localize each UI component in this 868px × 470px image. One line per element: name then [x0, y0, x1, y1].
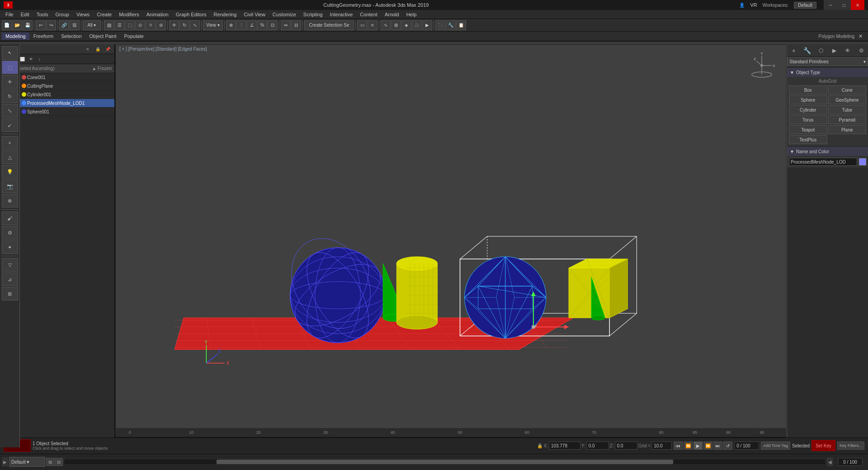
menu-content[interactable]: Content [356, 11, 381, 18]
lt-settings-btn[interactable]: ⊞ [2, 287, 18, 301]
menu-help[interactable]: Help [403, 11, 420, 18]
layer-tool-2[interactable]: ⊟ [55, 458, 63, 466]
tab-populate[interactable]: Populate [120, 33, 147, 40]
close-button[interactable]: ✕ [851, 0, 864, 10]
lt-lights-btn[interactable]: 💡 [2, 165, 18, 179]
select-rotate-button[interactable]: ↻ [179, 20, 189, 30]
se-pin-btn[interactable]: 📌 [104, 45, 112, 53]
select-by-name-button[interactable]: ☰ [114, 20, 124, 30]
ot-torus-button[interactable]: Torus [789, 115, 827, 124]
tab-freeform[interactable]: Freeform [30, 33, 57, 40]
menu-group[interactable]: Group [52, 11, 73, 18]
menu-scripting[interactable]: Scripting [300, 11, 326, 18]
ot-tube-button[interactable]: Tube [828, 105, 867, 114]
layer-tool-1[interactable]: ⊞ [46, 458, 54, 466]
percent-snap-button[interactable]: % [257, 20, 267, 30]
object-type-header[interactable]: ▼ Object Type [787, 68, 868, 77]
rp-tab-utilities[interactable]: ⚙ [854, 47, 868, 54]
polygon-modeling-close[interactable]: ✕ [855, 33, 866, 40]
ot-plane-button[interactable]: Plane [828, 125, 867, 134]
render-frame-button[interactable]: ▶ [422, 20, 432, 30]
layers-button[interactable]: ≡ [368, 20, 377, 30]
lt-scale-btn[interactable]: ⤡ [2, 104, 18, 118]
schematic-view-button[interactable]: ⊞ [391, 20, 401, 30]
ot-cone-button[interactable]: Cone [828, 85, 867, 94]
spinner-snap-button[interactable]: ⊡ [268, 20, 278, 30]
menu-edit[interactable]: Edit [17, 11, 33, 18]
tab-selection[interactable]: Selection [57, 33, 85, 40]
rp-tab-create[interactable]: + [787, 47, 801, 54]
se-close-btn[interactable]: ✕ [84, 45, 92, 53]
lt-cameras-btn[interactable]: 📷 [2, 179, 18, 193]
redo-button[interactable]: ↪ [46, 20, 56, 30]
x-value[interactable]: 103.778 [549, 442, 580, 450]
menu-rendering[interactable]: Rendering [210, 11, 241, 18]
name-color-header[interactable]: ▼ Name and Color [787, 147, 868, 156]
key-filters-btn[interactable]: Key Filters... [837, 442, 864, 450]
workspace-dropdown[interactable]: Default [794, 2, 816, 9]
object-name-input[interactable] [789, 158, 857, 166]
lt-helpers-btn[interactable]: ⊕ [2, 194, 18, 207]
menu-animation[interactable]: Animation [143, 11, 172, 18]
pb-start-btn[interactable]: ⏮ [674, 442, 683, 450]
se-sort-btn[interactable]: ↕ [35, 55, 43, 63]
lt-filter-btn[interactable]: ▽ [2, 258, 18, 272]
circle-select-button[interactable]: ⊙ [135, 20, 145, 30]
tab-modeling[interactable]: Modeling [2, 33, 29, 40]
time-range-field[interactable]: 0 / 100 [838, 458, 863, 466]
use-pivot-button[interactable]: ⊕ [226, 20, 236, 30]
fence-select-button[interactable]: ⌑ [146, 20, 156, 30]
lt-select-region-btn[interactable]: ⬚ [2, 61, 18, 74]
lt-shapes-btn[interactable]: △ [2, 150, 18, 164]
tl-scrollthumb[interactable] [217, 460, 673, 464]
lt-create-btn[interactable]: + [2, 136, 18, 150]
pb-playmodes-btn[interactable]: ↺ [723, 442, 732, 450]
named-selection-button[interactable]: ▭ [357, 20, 367, 30]
menu-file[interactable]: File [2, 11, 17, 18]
filter-all-dropdown[interactable]: All ▾ [83, 20, 101, 30]
reference-coord-dropdown[interactable]: View ▾ [203, 20, 223, 30]
scene-explorer-toggle[interactable]: 📋 [456, 20, 466, 30]
ot-pyramid-button[interactable]: Pyramid [828, 115, 867, 124]
menu-graph-editors[interactable]: Graph Editors [172, 11, 210, 18]
menu-tools[interactable]: Tools [33, 11, 52, 18]
select-obj-button[interactable]: ▧ [104, 20, 114, 30]
tab-object-paint[interactable]: Object Paint [86, 33, 120, 40]
se-lock-btn[interactable]: 🔒 [94, 45, 102, 53]
lt-select-btn[interactable]: ↖ [2, 46, 18, 60]
undo-button[interactable]: ↩ [36, 20, 46, 30]
primitive-type-dropdown[interactable]: Standard Primitives ▾ [787, 57, 868, 66]
save-button[interactable]: 💾 [23, 20, 33, 30]
rp-tab-hierarchy[interactable]: ⬡ [814, 47, 828, 54]
create-selection-button[interactable]: Create Selection Se [304, 20, 354, 30]
menu-create[interactable]: Create [93, 11, 115, 18]
pb-end-btn[interactable]: ⏭ [713, 442, 722, 450]
maximize-button[interactable]: □ [837, 0, 851, 10]
lt-dynamics-btn[interactable]: ⚙ [2, 226, 18, 240]
lt-place-btn[interactable]: ↙ [2, 118, 18, 132]
menu-civil-view[interactable]: Civil View [240, 11, 269, 18]
ot-cylinder-button[interactable]: Cylinder [789, 105, 827, 114]
minimize-button[interactable]: ─ [824, 0, 837, 10]
lt-move-btn[interactable]: ✛ [2, 75, 18, 89]
ot-textplus-button[interactable]: TextPlus [789, 135, 827, 144]
unlink-button[interactable]: ⛓ [70, 20, 80, 30]
object-color-swatch[interactable] [859, 158, 866, 165]
pb-next-btn[interactable]: ⏩ [703, 442, 712, 450]
tl-expand-btn[interactable]: ▶ [2, 457, 8, 466]
rect-select-button[interactable]: ⬚ [125, 20, 135, 30]
render-tools-button[interactable]: 🔧 [446, 20, 456, 30]
ot-sphere-button[interactable]: Sphere [789, 95, 827, 104]
menu-customize[interactable]: Customize [269, 11, 300, 18]
snap-toggle-button[interactable]: ⋮ [236, 20, 246, 30]
tl-scrollbar[interactable] [64, 459, 826, 465]
set-key-btn[interactable]: Set Key [811, 440, 835, 451]
rp-tab-display[interactable]: 👁 [841, 47, 854, 54]
ot-teapot-button[interactable]: Teapot [789, 125, 827, 134]
new-button[interactable]: 📄 [2, 20, 12, 30]
time-value[interactable]: 0 / 100 [734, 442, 759, 450]
select-move-button[interactable]: ✛ [169, 20, 179, 30]
menu-views[interactable]: Views [73, 11, 93, 18]
lt-effects-btn[interactable]: ✦ [2, 240, 18, 254]
quick-render-button[interactable]: ⬛ [435, 20, 445, 30]
